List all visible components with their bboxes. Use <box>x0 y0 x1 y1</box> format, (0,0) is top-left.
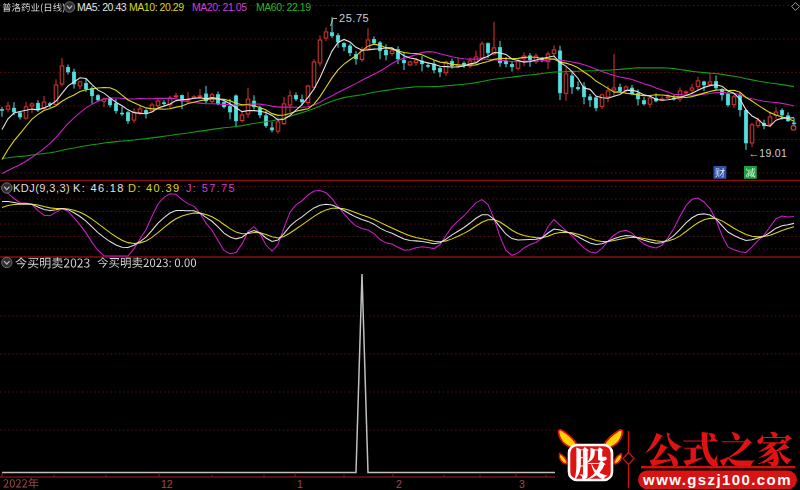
badge-financial-report[interactable] <box>714 166 727 179</box>
badge-holdings-reduction[interactable] <box>744 166 757 179</box>
candle-body[interactable] <box>306 86 310 103</box>
candle-body[interactable] <box>528 56 532 60</box>
candle-body[interactable] <box>336 35 340 42</box>
candle-body[interactable] <box>564 74 568 93</box>
candle-body[interactable] <box>390 51 394 54</box>
candle-body[interactable] <box>342 43 346 47</box>
candle-body[interactable] <box>756 121 760 126</box>
candle-body[interactable] <box>24 107 28 118</box>
candle-body[interactable] <box>372 39 376 43</box>
candle-body[interactable] <box>6 106 10 109</box>
date-axis: 12123 <box>0 473 555 490</box>
candle-body[interactable] <box>348 46 352 53</box>
candle-body[interactable] <box>606 91 610 97</box>
panel2-header: KDJ(9,3,3) K: 46.18 D: 40.39 J: 57.75 <box>2 182 236 194</box>
candle-body[interactable] <box>744 110 748 143</box>
candle-body[interactable] <box>732 97 736 105</box>
candle-body[interactable] <box>690 88 694 90</box>
chevron-down-icon[interactable] <box>2 183 12 193</box>
candle-body[interactable] <box>702 82 706 85</box>
candle-body[interactable] <box>750 125 754 143</box>
candle-body[interactable] <box>84 83 88 89</box>
candle-body[interactable] <box>288 96 292 105</box>
candle-body[interactable] <box>408 62 412 65</box>
candle-body[interactable] <box>300 100 304 102</box>
candle-body[interactable] <box>156 101 160 106</box>
candle-body[interactable] <box>330 33 334 36</box>
candle-body[interactable] <box>378 43 382 51</box>
chevron-down-icon[interactable] <box>2 257 12 267</box>
candle-body[interactable] <box>438 68 442 72</box>
brand-underline <box>641 466 795 468</box>
candle-body[interactable] <box>588 97 592 100</box>
candle-body[interactable] <box>480 44 484 58</box>
kdj-k-readout: K: 46.18 <box>73 182 125 194</box>
candle-body[interactable] <box>114 104 118 111</box>
candle-body[interactable] <box>198 96 202 97</box>
candle-body[interactable] <box>18 113 22 117</box>
candle-body[interactable] <box>618 87 622 91</box>
candle-body[interactable] <box>426 65 430 66</box>
kdj-j-line <box>2 190 794 256</box>
candle-body[interactable] <box>126 113 130 121</box>
candle-body[interactable] <box>594 98 598 108</box>
logo-url[interactable]: www.gszj100.com <box>642 471 792 488</box>
candle-body[interactable] <box>696 81 700 87</box>
candle-body[interactable] <box>12 108 16 112</box>
candle-body[interactable] <box>576 87 580 89</box>
candle-body[interactable] <box>552 50 556 54</box>
candle-body[interactable] <box>144 110 148 113</box>
candle-body[interactable] <box>768 117 772 124</box>
candle-body[interactable] <box>78 82 82 86</box>
axis-month-label: 1 <box>297 478 303 490</box>
candle-body[interactable] <box>240 115 244 121</box>
candle-body[interactable] <box>402 60 406 63</box>
candle-body[interactable] <box>612 88 616 90</box>
candle-body[interactable] <box>792 123 796 124</box>
candle-body[interactable] <box>312 62 316 87</box>
candle-body[interactable] <box>486 44 490 53</box>
candle-body[interactable] <box>108 99 112 105</box>
candle-body[interactable] <box>642 101 646 104</box>
candle-body[interactable] <box>36 103 40 110</box>
candle-body[interactable] <box>30 104 34 106</box>
candle-body[interactable] <box>276 122 280 131</box>
candle-body[interactable] <box>60 66 64 84</box>
candle-body[interactable] <box>174 96 178 97</box>
candle-body[interactable] <box>264 116 268 126</box>
candle-body[interactable] <box>66 67 70 72</box>
candle-body[interactable] <box>246 99 250 114</box>
candle-body[interactable] <box>318 40 322 63</box>
candle-body[interactable] <box>384 50 388 55</box>
ma20-line <box>2 52 794 174</box>
candle-body[interactable] <box>726 94 730 105</box>
candle-body[interactable] <box>96 96 100 100</box>
axis-year-label <box>3 478 38 488</box>
candle-body[interactable] <box>504 61 508 64</box>
candle-body[interactable] <box>120 113 124 114</box>
candle-body[interactable] <box>684 92 688 93</box>
candle-body[interactable] <box>270 128 274 130</box>
candle-body[interactable] <box>0 109 4 110</box>
candle-body[interactable] <box>570 76 574 87</box>
chart-canvas[interactable]: 12123 MA5: 20.43 MA10: 20.29 MA20: 21.05… <box>0 0 800 490</box>
candle-body[interactable] <box>414 60 418 63</box>
maximize-diamond-icon[interactable] <box>792 3 800 11</box>
candle-body[interactable] <box>228 107 232 113</box>
candle-body[interactable] <box>666 97 670 98</box>
candle-body[interactable] <box>780 110 784 115</box>
event-badges <box>714 166 757 179</box>
candle-body[interactable] <box>138 109 142 113</box>
candle-body[interactable] <box>324 32 328 38</box>
kdj-indicator-label[interactable]: KDJ(9,3,3) <box>13 182 70 194</box>
chevron-down-icon[interactable] <box>64 2 74 12</box>
candle-body[interactable] <box>294 95 298 99</box>
candle-body[interactable] <box>162 103 166 104</box>
candle-body[interactable] <box>600 95 604 106</box>
candle-body[interactable] <box>510 64 514 67</box>
ma20-readout: MA20: 21.05 <box>192 1 247 13</box>
candle-body[interactable] <box>648 98 652 104</box>
candle-body[interactable] <box>150 105 154 111</box>
signal-indicator-name[interactable] <box>15 257 89 268</box>
candle-body[interactable] <box>708 82 712 85</box>
